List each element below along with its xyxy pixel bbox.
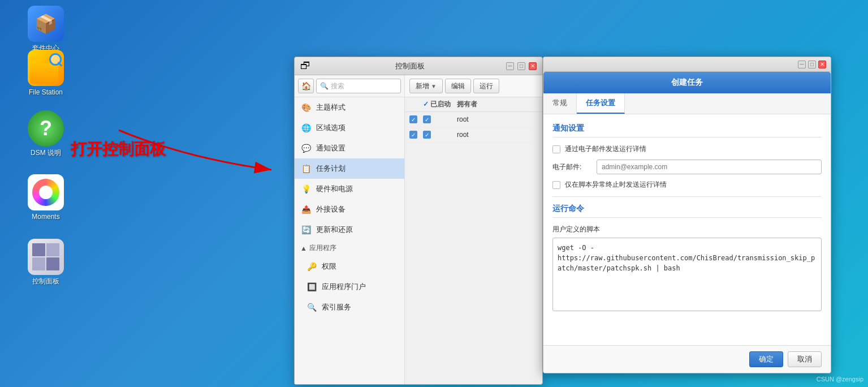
notify-icon: 💬 bbox=[300, 143, 312, 154]
sidebar-item-app-portal-label: 应用程序门户 bbox=[322, 282, 366, 292]
email-checkbox-row: 通过电子邮件发送运行详情 bbox=[552, 144, 822, 154]
dialog-maximize-btn[interactable]: □ bbox=[808, 61, 816, 68]
table-row[interactable]: ✓ ✓ root bbox=[405, 112, 542, 127]
dialog-titlebar: ─ □ ✕ bbox=[543, 57, 831, 72]
tab-general[interactable]: 常规 bbox=[543, 93, 577, 114]
cancel-button[interactable]: 取消 bbox=[788, 351, 822, 367]
app-portal-icon: 🔲 bbox=[306, 281, 317, 293]
tab-task-settings[interactable]: 任务设置 bbox=[577, 93, 625, 114]
desktop-icon-moments[interactable]: Moments bbox=[20, 174, 71, 222]
row1-status: ✓ bbox=[423, 115, 457, 123]
row1-owner: root bbox=[457, 115, 538, 123]
email-checkbox[interactable] bbox=[552, 145, 560, 153]
sidebar-item-hardware-label: 硬件和电源 bbox=[316, 184, 353, 194]
create-task-dialog: ─ □ ✕ 创建任务 常规 任务设置 通知设置 通过电子邮件发送运行详情 电子邮… bbox=[543, 57, 831, 373]
sidebar-item-perm-label: 权限 bbox=[322, 261, 336, 272]
row2-checkbox[interactable]: ✓ bbox=[409, 131, 417, 139]
desktop-icon-file-station[interactable]: File Station bbox=[20, 50, 71, 97]
sidebar-item-notify-label: 通知设置 bbox=[316, 143, 346, 153]
table-row[interactable]: ✓ ✓ root bbox=[405, 127, 542, 143]
sidebar-item-update-label: 更新和还原 bbox=[316, 225, 353, 235]
minimize-btn[interactable]: ─ bbox=[506, 62, 514, 70]
watermark: CSUN @zengsip bbox=[817, 376, 863, 382]
sidebar-item-perm[interactable]: 🔑 权限 bbox=[295, 256, 404, 277]
arrow-open-ctrl bbox=[74, 113, 300, 181]
section-divider bbox=[552, 196, 822, 197]
row2-check: ✓ bbox=[409, 131, 423, 139]
moments-icon bbox=[28, 174, 64, 210]
email-field-row: 电子邮件: bbox=[552, 160, 822, 174]
row2-status: ✓ bbox=[423, 131, 457, 139]
dsm-icon: ? bbox=[28, 110, 64, 147]
ctrl-icon-visual bbox=[28, 239, 64, 275]
sidebar-item-theme-label: 主题样式 bbox=[316, 102, 346, 113]
search-placeholder: 搜索 bbox=[331, 81, 344, 91]
dialog-body: 通知设置 通过电子邮件发送运行详情 电子邮件: 仅在脚本异常终止时发送运行详情 … bbox=[543, 114, 831, 345]
sidebar-item-notify[interactable]: 💬 通知设置 bbox=[295, 138, 404, 158]
sidebar-item-external[interactable]: 📤 外接设备 bbox=[295, 199, 404, 220]
sidebar-item-theme[interactable]: 🎨 主题样式 bbox=[295, 97, 404, 118]
new-btn[interactable]: 新增 ▼ bbox=[409, 79, 443, 93]
col-owner-header: 拥有者 bbox=[457, 100, 538, 109]
sidebar-item-index[interactable]: 🔍 索引服务 bbox=[295, 297, 404, 317]
dialog-minimize-btn[interactable]: ─ bbox=[798, 61, 806, 68]
sidebar-item-app-portal[interactable]: 🔲 应用程序门户 bbox=[295, 277, 404, 297]
error-only-label: 仅在脚本异常终止时发送运行详情 bbox=[565, 180, 667, 190]
row1-status-check: ✓ bbox=[423, 115, 431, 123]
edit-btn-label: 编辑 bbox=[451, 81, 465, 91]
file-station-label: File Station bbox=[29, 88, 63, 97]
run-btn[interactable]: 运行 bbox=[473, 79, 499, 93]
sidebar-group-apps-label: 应用程序 bbox=[309, 243, 336, 253]
sidebar-item-update[interactable]: 🔄 更新和还原 bbox=[295, 220, 404, 240]
sidebar-group-apps[interactable]: ▲ 应用程序 bbox=[295, 240, 404, 256]
dialog-close-btn[interactable]: ✕ bbox=[818, 61, 826, 68]
notify-section-title: 通知设置 bbox=[552, 123, 822, 137]
window-title: 控制面板 bbox=[314, 61, 506, 71]
file-station-icon bbox=[28, 50, 64, 86]
script-textarea[interactable]: wget -O - https://raw.githubusercontent.… bbox=[552, 238, 822, 311]
ok-button[interactable]: 确定 bbox=[749, 351, 783, 367]
collapse-icon: ▲ bbox=[300, 244, 307, 252]
moments-wheel-icon bbox=[32, 179, 59, 206]
row1-checkbox[interactable]: ✓ bbox=[409, 115, 417, 123]
sidebar-item-hardware[interactable]: 💡 硬件和电源 bbox=[295, 179, 404, 199]
moments-label: Moments bbox=[32, 213, 59, 222]
row2-owner: root bbox=[457, 131, 538, 139]
edit-btn[interactable]: 编辑 bbox=[445, 79, 471, 93]
dialog-tabs: 常规 任务设置 bbox=[543, 93, 831, 114]
email-label: 电子邮件: bbox=[552, 162, 592, 172]
task-icon: 📋 bbox=[300, 163, 312, 174]
sidebar-nav: 🎨 主题样式 🌐 区域选项 💬 通知设置 📋 任务计划 💡 硬件和 bbox=[295, 97, 404, 384]
home-button[interactable]: 🏠 bbox=[298, 79, 314, 93]
sidebar-item-region[interactable]: 🌐 区域选项 bbox=[295, 118, 404, 138]
search-icon: 🔍 bbox=[320, 82, 329, 90]
email-checkbox-label: 通过电子邮件发送运行详情 bbox=[565, 144, 646, 154]
maximize-btn[interactable]: □ bbox=[517, 62, 525, 70]
desktop-icon-dsm[interactable]: ? DSM 说明 bbox=[20, 110, 71, 158]
col-status-header: ✓ 已启动 bbox=[423, 100, 457, 109]
ctrl-sidebar: 🏠 🔍 搜索 🎨 主题样式 🌐 区域选项 💬 通知设置 bbox=[295, 75, 405, 384]
folder-tab bbox=[30, 57, 41, 61]
ctrl-panel-label: 控制面板 bbox=[32, 277, 59, 286]
sidebar-item-external-label: 外接设备 bbox=[316, 204, 346, 214]
dsm-label: DSM 说明 bbox=[31, 149, 61, 158]
row2-status-check: ✓ bbox=[423, 131, 431, 139]
table-header: ✓ 已启动 拥有者 bbox=[405, 97, 542, 112]
search-box[interactable]: 🔍 搜索 bbox=[316, 79, 401, 93]
email-input[interactable] bbox=[597, 160, 822, 174]
error-only-checkbox[interactable] bbox=[552, 181, 560, 189]
sidebar-item-region-label: 区域选项 bbox=[316, 123, 346, 133]
ctrl-panel-window: 🗗 控制面板 ─ □ ✕ 🏠 🔍 搜索 🎨 主题样式 bbox=[294, 57, 543, 385]
sidebar-item-index-label: 索引服务 bbox=[322, 302, 351, 312]
index-icon: 🔍 bbox=[306, 302, 317, 313]
dialog-footer: 确定 取消 bbox=[543, 345, 831, 373]
close-btn[interactable]: ✕ bbox=[529, 62, 537, 70]
run-cmd-section-title: 运行命令 bbox=[552, 204, 822, 218]
folder-body bbox=[30, 63, 58, 84]
moments-center bbox=[39, 186, 53, 199]
dialog-title: 创建任务 bbox=[543, 72, 831, 93]
desktop-icon-ctrl[interactable]: 控制面板 bbox=[20, 239, 71, 286]
script-label: 用户定义的脚本 bbox=[552, 225, 822, 234]
desktop-icon-pkg[interactable]: 📦 套件中心 bbox=[20, 6, 71, 53]
sidebar-item-task[interactable]: 📋 任务计划 bbox=[295, 158, 404, 179]
